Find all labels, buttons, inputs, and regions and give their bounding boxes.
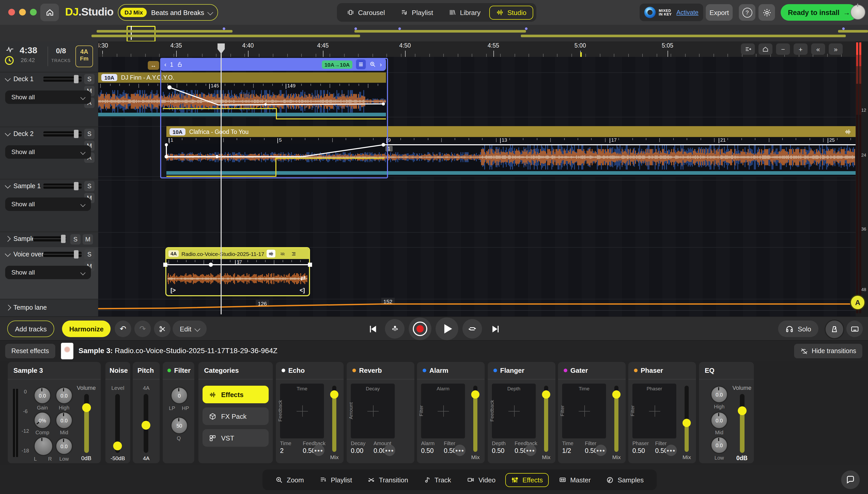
redo-button[interactable]: ↷: [134, 321, 151, 337]
bottom-nav-transition[interactable]: Transition: [362, 473, 414, 487]
param-1[interactable]: Decay 0.00: [351, 440, 366, 454]
reset-view-button[interactable]: [758, 43, 772, 55]
xy-pad[interactable]: Phaser Filter: [632, 384, 676, 438]
more-options-button[interactable]: ●●●: [454, 444, 466, 456]
chevron-down-icon[interactable]: [5, 183, 11, 189]
voice-waves-button[interactable]: [278, 250, 287, 258]
cue-button[interactable]: [385, 319, 405, 339]
tab-studio[interactable]: Studio: [489, 5, 533, 19]
category-vst[interactable]: VST: [202, 429, 269, 447]
mix-slider[interactable]: [685, 386, 689, 452]
clip-voice[interactable]: 4A Radio.co-Voice-Studio-2025-11-17 17 […: [165, 247, 310, 296]
filter-q-knob[interactable]: 50: [171, 417, 188, 434]
xy-pad[interactable]: Time Filter: [562, 384, 606, 438]
tab-carousel[interactable]: Carousel: [340, 5, 392, 19]
param-1[interactable]: Alarm 0.50: [421, 440, 435, 454]
track-volume-slider[interactable]: [43, 250, 82, 259]
playhead[interactable]: [221, 43, 221, 314]
settings-button[interactable]: [758, 4, 775, 21]
transition-next-icon[interactable]: ›: [380, 61, 382, 68]
harmonize-button[interactable]: Harmonize: [62, 321, 111, 337]
stem-select[interactable]: Show all: [5, 197, 91, 211]
add-tracks-button[interactable]: Add tracks: [7, 321, 55, 337]
loop-icon[interactable]: ⇄: [300, 274, 306, 282]
tab-library[interactable]: Library: [442, 5, 487, 19]
gain-knob[interactable]: 0.0: [34, 387, 51, 404]
transition-bar[interactable]: ‹ 1 10A→10A ›: [160, 58, 386, 71]
autoscroll-button[interactable]: [741, 43, 755, 55]
voice-list-button[interactable]: [290, 250, 298, 258]
stem-select[interactable]: Show all: [5, 91, 91, 104]
more-options-button[interactable]: ●●●: [525, 444, 536, 456]
transition-handle[interactable]: ↔: [148, 61, 159, 70]
zoom-out-button[interactable]: −: [776, 43, 790, 55]
export-button[interactable]: Export: [706, 4, 733, 21]
record-button[interactable]: [409, 318, 431, 340]
bottom-nav-video[interactable]: Video: [461, 473, 501, 487]
shortcuts-button[interactable]: [846, 321, 863, 337]
pitch-slider[interactable]: [144, 394, 148, 453]
track-volume-slider[interactable]: [43, 75, 82, 83]
solo-button[interactable]: S: [84, 249, 95, 260]
xy-pad[interactable]: Time Feedback: [280, 384, 324, 438]
tempo-lane-row[interactable]: Tempo lane: [0, 299, 98, 317]
mix-slider[interactable]: [544, 386, 548, 452]
noise-level-slider[interactable]: [115, 394, 120, 453]
avatar[interactable]: [850, 5, 865, 20]
category-effects[interactable]: Effects: [202, 386, 269, 403]
mute-button[interactable]: M: [83, 234, 93, 245]
clip-deck2-header[interactable]: 10A Clafrica - Good To You: [166, 126, 855, 137]
edit-menu-button[interactable]: Edit: [173, 321, 207, 337]
loop-button[interactable]: [462, 319, 482, 339]
window-close-button[interactable]: [8, 9, 15, 16]
channel-volume-slider[interactable]: [84, 394, 89, 453]
mix-selector[interactable]: DJ Mix Beats and Breaks: [118, 4, 218, 21]
track-volume-slider[interactable]: [43, 130, 82, 138]
more-options-button[interactable]: ●●●: [595, 444, 607, 456]
tempo-marker[interactable]: 152: [381, 298, 394, 305]
transition-list-button[interactable]: [356, 59, 366, 69]
next-button[interactable]: [486, 319, 505, 339]
param-1[interactable]: Phaser 0.50: [632, 440, 649, 454]
solo-button[interactable]: S: [84, 74, 95, 84]
more-options-button[interactable]: ●●●: [384, 444, 395, 456]
solo-button[interactable]: S: [84, 129, 95, 139]
solo-button[interactable]: S: [70, 234, 81, 245]
pan-knob[interactable]: [34, 436, 53, 456]
clip-out-marker[interactable]: <]: [300, 287, 305, 293]
param-1[interactable]: Time 1/2: [562, 440, 573, 454]
eq-low-knob[interactable]: 0.0: [710, 436, 728, 454]
chevron-down-icon[interactable]: [5, 76, 11, 82]
stem-select[interactable]: Show all: [5, 145, 91, 159]
eq-volume-slider[interactable]: [740, 394, 745, 453]
undo-button[interactable]: ↶: [115, 321, 131, 337]
previous-button[interactable]: [363, 319, 382, 339]
clip-voice-header[interactable]: 4A Radio.co-Voice-Studio-2025-11-17: [166, 248, 309, 259]
stem-select[interactable]: Show all: [5, 266, 91, 279]
transition-zoom-icon[interactable]: [370, 61, 376, 68]
window-minimize-button[interactable]: [19, 9, 26, 16]
voice-wave-view-button[interactable]: [267, 250, 276, 258]
home-button[interactable]: [40, 4, 59, 21]
param-1[interactable]: Depth 0.50: [492, 440, 506, 454]
timeline-minimap[interactable]: [0, 25, 868, 42]
timeline-canvas[interactable]: 10A DJ Finn - A.Y.O.Y.O. 145149 10A Claf…: [98, 57, 855, 317]
clip-in-marker[interactable]: [>: [171, 287, 176, 293]
automation-button[interactable]: A: [850, 295, 865, 310]
reset-effects-button[interactable]: Reset effects: [5, 344, 55, 358]
solo-button[interactable]: S: [84, 181, 95, 191]
help-button[interactable]: ?: [739, 4, 755, 21]
transition-prev-icon[interactable]: ‹: [164, 61, 166, 68]
window-zoom-button[interactable]: [30, 9, 37, 16]
category-fx-pack[interactable]: FX Pack: [202, 407, 269, 425]
chevron-down-icon[interactable]: [5, 131, 11, 136]
solo-button[interactable]: Solo: [778, 321, 818, 337]
bottom-nav-zoom[interactable]: Zoom: [270, 473, 310, 487]
hide-transitions-button[interactable]: Hide transitions: [794, 344, 862, 358]
track-volume-slider[interactable]: [33, 235, 66, 243]
metronome-button[interactable]: [825, 320, 844, 339]
eq-mid-knob[interactable]: 0.0: [710, 412, 728, 429]
more-options-button[interactable]: ●●●: [313, 444, 324, 456]
split-button[interactable]: [154, 321, 171, 337]
bottom-nav-track[interactable]: Track: [418, 473, 457, 487]
